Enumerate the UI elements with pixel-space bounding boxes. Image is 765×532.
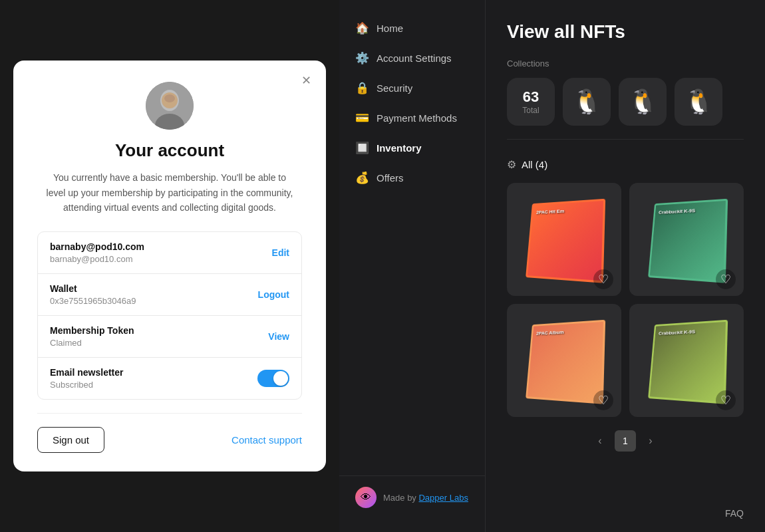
email-value: barnaby@pod10.com: [50, 254, 144, 264]
nft-heart-4[interactable]: ♡: [716, 390, 736, 410]
nft-inner-4: Crabbuckit K-9S ♡: [629, 304, 744, 417]
nft-card-1[interactable]: 2PAC Hit Em ♡: [507, 183, 621, 296]
sidebar-item-home[interactable]: 🏠 Home: [339, 13, 485, 43]
dapper-labs-link[interactable]: Dapper Labs: [418, 493, 468, 503]
sidebar-item-account[interactable]: ⚙️ Account Settings: [339, 43, 485, 73]
nft-inner-1: 2PAC Hit Em ♡: [507, 183, 621, 296]
total-badge: 63 Total: [507, 78, 555, 126]
page-1-button[interactable]: 1: [615, 430, 636, 452]
right-content: 🏠 Home ⚙️ Account Settings 🔒 Security 💳 …: [339, 0, 765, 532]
contact-support-button[interactable]: Contact support: [231, 434, 302, 446]
sidebar-footer: 👁 Made by Dapper Labs: [339, 475, 485, 519]
filter-icon: ⚙: [507, 158, 516, 171]
footer-text: Made by Dapper Labs: [383, 493, 468, 503]
wallet-address: 0x3e7551965b3046a9: [50, 296, 136, 306]
home-icon: 🏠: [355, 21, 369, 35]
nft-heart-2[interactable]: ♡: [716, 269, 736, 289]
nft-label-3: 2PAC Album: [536, 329, 564, 336]
total-label: Total: [522, 106, 539, 115]
svg-point-4: [164, 94, 175, 102]
inventory-icon: 🔲: [355, 141, 369, 155]
sidebar-item-offers[interactable]: 💰 Offers: [339, 163, 485, 193]
collection-icon-1[interactable]: 🐧: [563, 78, 611, 126]
filter-row: ⚙ All (4): [507, 158, 744, 171]
pagination-row: ‹ 1 ›: [507, 430, 744, 462]
filter-label: All (4): [522, 159, 547, 170]
sidebar-label-home: Home: [377, 23, 403, 34]
email-label: barnaby@pod10.com: [50, 241, 144, 252]
wallet-info: Wallet 0x3e7551965b3046a9: [50, 283, 136, 306]
account-modal: ✕ Your account You currently have a basi…: [13, 61, 326, 471]
sidebar-label-offers: Offers: [377, 172, 404, 184]
collections-row: 63 Total 🐧 🐧 🐧: [507, 78, 744, 140]
modal-overlay: ✕ Your account You currently have a basi…: [0, 0, 339, 532]
nft-label-2: Crabbuckit K-9S: [659, 207, 696, 215]
sidebar-item-security[interactable]: 🔒 Security: [339, 73, 485, 103]
collection-icon-2[interactable]: 🐧: [619, 78, 667, 126]
newsletter-label: Email newsletter: [50, 367, 124, 378]
membership-status: Claimed: [50, 338, 134, 348]
offers-icon: 💰: [355, 171, 369, 185]
nft-inner-2: Crabbuckit K-9S ♡: [629, 183, 744, 296]
wallet-row: Wallet 0x3e7551965b3046a9 Logout: [38, 274, 301, 316]
nft-heart-1[interactable]: ♡: [593, 269, 613, 289]
avatar-container: [37, 82, 302, 130]
next-page-button[interactable]: ›: [641, 432, 660, 450]
right-panel: 🏠 Home ⚙️ Account Settings 🔒 Security 💳 …: [339, 0, 765, 532]
newsletter-info: Email newsletter Subscribed: [50, 367, 124, 390]
sidebar-spacer: [339, 193, 485, 475]
sidebar-label-payment: Payment Methods: [377, 112, 457, 124]
sidebar-label-account: Account Settings: [377, 53, 452, 64]
logout-wallet-button[interactable]: Logout: [258, 289, 289, 300]
sidebar-item-inventory[interactable]: 🔲 Inventory: [339, 133, 485, 163]
page-title: View all NFTs: [507, 21, 744, 43]
email-info: barnaby@pod10.com barnaby@pod10.com: [50, 241, 144, 264]
collections-label: Collections: [507, 59, 744, 68]
account-icon: ⚙️: [355, 51, 369, 65]
collection-icon-3[interactable]: 🐧: [675, 78, 722, 126]
nft-grid: 2PAC Hit Em ♡ Crabbuckit K-9S ♡ 2PAC Alb…: [507, 183, 744, 417]
nft-card-4[interactable]: Crabbuckit K-9S ♡: [629, 304, 744, 417]
footer-divider: [37, 413, 302, 414]
nft-inner-3: 2PAC Album ♡: [507, 304, 621, 417]
signout-button[interactable]: Sign out: [37, 427, 104, 453]
edit-email-button[interactable]: Edit: [272, 247, 289, 258]
sidebar-label-inventory: Inventory: [377, 142, 422, 154]
toggle-knob: [273, 371, 288, 386]
total-count: 63: [523, 88, 539, 106]
nft-heart-3[interactable]: ♡: [593, 390, 613, 410]
modal-footer: Sign out Contact support: [37, 427, 302, 453]
nft-card-2[interactable]: Crabbuckit K-9S ♡: [629, 183, 744, 296]
membership-label: Membership Token: [50, 325, 134, 336]
wallet-label: Wallet: [50, 283, 136, 294]
prev-page-button[interactable]: ‹: [591, 432, 609, 450]
modal-description: You currently have a basic membership. Y…: [37, 170, 302, 215]
close-button[interactable]: ✕: [297, 71, 315, 90]
faq-link[interactable]: FAQ: [725, 508, 744, 519]
nft-label-1: 2PAC Hit Em: [536, 208, 565, 215]
newsletter-toggle[interactable]: [257, 370, 289, 387]
account-rows: barnaby@pod10.com barnaby@pod10.com Edit…: [37, 231, 302, 400]
avatar: [146, 82, 194, 130]
newsletter-status: Subscribed: [50, 380, 124, 390]
email-row: barnaby@pod10.com barnaby@pod10.com Edit: [38, 232, 301, 274]
view-membership-button[interactable]: View: [268, 331, 289, 342]
dapper-logo: 👁: [355, 487, 377, 508]
nft-label-4: Crabbuckit K-9S: [659, 329, 696, 336]
sidebar: 🏠 Home ⚙️ Account Settings 🔒 Security 💳 …: [339, 0, 486, 532]
modal-title: Your account: [37, 140, 302, 161]
sidebar-item-payment[interactable]: 💳 Payment Methods: [339, 103, 485, 133]
security-icon: 🔒: [355, 81, 369, 95]
membership-info: Membership Token Claimed: [50, 325, 134, 348]
payment-icon: 💳: [355, 111, 369, 125]
membership-row: Membership Token Claimed View: [38, 316, 301, 358]
newsletter-row: Email newsletter Subscribed: [38, 358, 301, 399]
nft-card-3[interactable]: 2PAC Album ♡: [507, 304, 621, 417]
main-area: View all NFTs Collections 63 Total 🐧 🐧 🐧…: [486, 0, 765, 532]
sidebar-label-security: Security: [377, 82, 412, 94]
